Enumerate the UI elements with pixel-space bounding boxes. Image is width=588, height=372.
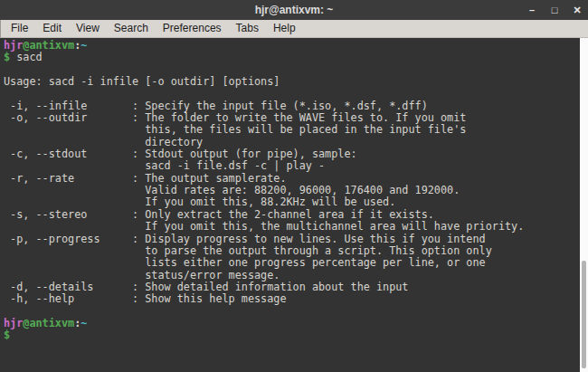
terminal-window: hjr@antixvm: ~ – □ ✕ FileEditViewSearchP… <box>0 0 588 372</box>
terminal-line: If you omit this, the multichannel area … <box>4 221 577 233</box>
terminal-line: -h, --help : Show this help message <box>4 293 577 305</box>
menu-item-help[interactable]: Help <box>266 20 303 37</box>
terminal-text-segment: -i, --infile : Specify the input file (*… <box>4 100 428 112</box>
terminal-line: hjr@antixvm:~ <box>4 40 577 52</box>
maximize-icon[interactable]: □ <box>549 0 560 20</box>
terminal-text-segment: ~ <box>81 39 87 52</box>
terminal-text-segment: directory <box>4 136 203 148</box>
menu-item-tabs[interactable]: Tabs <box>229 20 266 37</box>
terminal-line: lists either one progress percentage per… <box>4 257 577 269</box>
terminal-text-segment: status/error message. <box>4 269 280 281</box>
window-title: hjr@antixvm: ~ <box>0 0 588 20</box>
terminal-text-segment: lists either one progress percentage per… <box>4 256 486 269</box>
terminal-line: -p, --progress : Display progress to new… <box>4 234 577 245</box>
terminal-line: If you omit this, 88.2KHz will be used. <box>4 196 577 208</box>
menu-item-view[interactable]: View <box>69 20 107 37</box>
terminal-line <box>4 306 577 318</box>
menu-item-file[interactable]: File <box>4 20 35 37</box>
terminal-text-segment: -p, --progress : Display progress to new… <box>4 233 486 245</box>
terminal-text-segment: to parse the output through a script. Th… <box>4 244 492 257</box>
terminal-text-segment: @antixvm <box>23 317 74 329</box>
terminal-text-segment: sacd <box>10 51 43 63</box>
terminal-lines: hjr@antixvm:~$ sacdUsage: sacd -i infile… <box>4 40 577 342</box>
terminal-line: -i, --infile : Specify the input file (*… <box>4 100 577 112</box>
terminal-line: sacd -i file.dsf -c | play - <box>4 160 577 172</box>
terminal-line <box>4 88 577 100</box>
scrollbar-track[interactable] <box>580 38 588 372</box>
terminal-line: -d, --details : Show detailed informatio… <box>4 281 577 293</box>
window-controls: – □ ✕ <box>526 0 583 20</box>
terminal-text-segment: -c, --stdout : Stdout output (for pipe),… <box>4 148 357 160</box>
terminal-line: hjr@antixvm:~ <box>4 318 577 329</box>
terminal-text-segment: Valid rates are: 88200, 96000, 176400 an… <box>4 184 460 196</box>
minimize-icon[interactable]: – <box>526 0 537 20</box>
terminal-line: -o, --outdir : The folder to write the W… <box>4 112 577 124</box>
menu-item-preferences[interactable]: Preferences <box>156 20 229 37</box>
terminal-line: to parse the output through a script. Th… <box>4 245 577 257</box>
terminal-line: directory <box>4 137 577 148</box>
terminal-text-segment: If you omit this, the multichannel area … <box>4 220 524 233</box>
terminal-text-segment: @antixvm <box>23 39 74 52</box>
terminal-text-segment: hjr <box>4 317 23 329</box>
scrollbar-thumb[interactable] <box>582 261 586 368</box>
terminal-text-segment: $ <box>4 329 10 341</box>
terminal-line: Valid rates are: 88200, 96000, 176400 an… <box>4 185 577 196</box>
terminal-text-segment: hjr <box>4 39 23 52</box>
terminal-line: -c, --stdout : Stdout output (for pipe),… <box>4 148 577 160</box>
terminal-line: -r, --rate : The output samplerate. <box>4 173 577 185</box>
terminal-text-segment: Usage: sacd -i infile [-o outdir] [optio… <box>4 75 280 88</box>
menu-item-edit[interactable]: Edit <box>35 20 69 37</box>
terminal-text-segment: -s, --stereo : Only extract the 2-channe… <box>4 208 434 221</box>
terminal-text-segment: -h, --help : Show this help message <box>4 292 287 305</box>
terminal-line: status/error message. <box>4 270 577 281</box>
terminal-line: Usage: sacd -i infile [-o outdir] [optio… <box>4 76 577 88</box>
menu-bar: FileEditViewSearchPreferencesTabsHelp <box>0 20 588 38</box>
terminal-line: $ <box>4 329 577 341</box>
terminal-text-segment: this, the files will be placed in the in… <box>4 123 466 136</box>
terminal-line: $ sacd <box>4 52 577 63</box>
terminal-text-segment: -r, --rate : The output samplerate. <box>4 172 287 185</box>
terminal-line: this, the files will be placed in the in… <box>4 124 577 136</box>
terminal-text-segment: -o, --outdir : The folder to write the W… <box>4 111 466 124</box>
close-icon[interactable]: ✕ <box>572 0 583 20</box>
terminal-text-segment: sacd -i file.dsf -c | play - <box>4 159 325 172</box>
terminal-text-segment: ~ <box>81 317 87 329</box>
terminal-text-segment: If you omit this, 88.2KHz will be used. <box>4 196 395 208</box>
terminal-text-segment: -d, --details : Show detailed informatio… <box>4 281 408 293</box>
menu-item-search[interactable]: Search <box>107 20 156 37</box>
title-bar[interactable]: hjr@antixvm: ~ – □ ✕ <box>0 0 588 20</box>
terminal-line: -s, --stereo : Only extract the 2-channe… <box>4 209 577 221</box>
terminal-viewport[interactable]: hjr@antixvm:~$ sacdUsage: sacd -i infile… <box>0 38 588 372</box>
terminal-line <box>4 64 577 76</box>
